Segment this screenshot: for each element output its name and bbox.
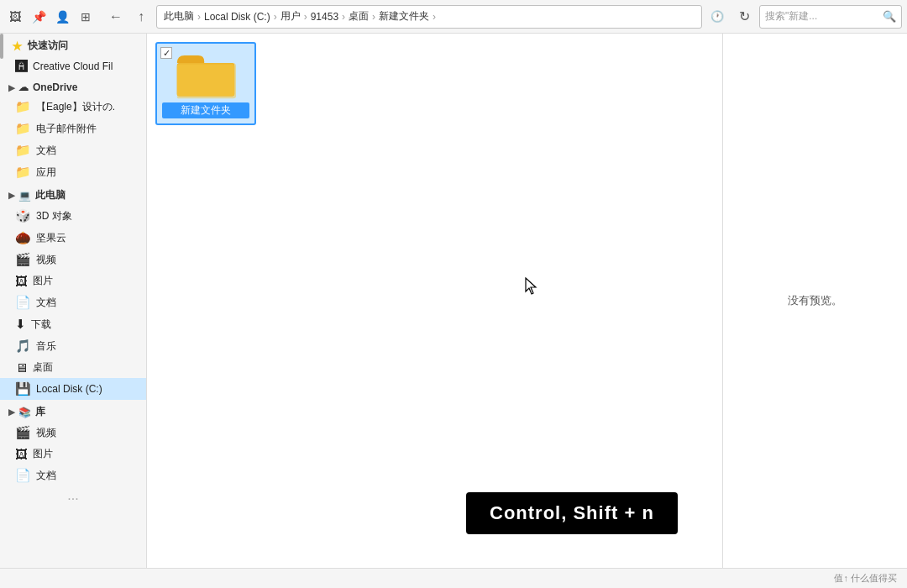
eagle-label: 【Eagle】设计の. <box>36 100 115 114</box>
local-disk-icon: 💾 <box>15 381 31 396</box>
preview-pane: 没有预览。 <box>722 34 907 568</box>
file-area[interactable]: ✓ 新建文件夹 Control, Shift + n <box>147 34 722 568</box>
breadcrumb-item-user[interactable]: 用户 <box>280 9 301 24</box>
toolbar-btn-1[interactable]: 🖼 <box>5 7 25 27</box>
breadcrumb-sep-5: › <box>372 11 375 23</box>
nav-buttons: ← ↑ <box>104 5 153 29</box>
refresh-button[interactable]: ↻ <box>732 5 756 29</box>
sidebar-pc-group[interactable]: ▶ 💻 此电脑 <box>0 183 146 205</box>
docs-label: 文档 <box>36 144 56 158</box>
sidebar-item-music[interactable]: 🎵 音乐 <box>0 335 146 357</box>
folder-name: 新建文件夹 <box>162 102 249 118</box>
up-button[interactable]: ↑ <box>129 5 153 29</box>
breadcrumb-sep-2: › <box>274 11 277 23</box>
sidebar-item-creative-cloud[interactable]: 🅰 Creative Cloud Fil <box>0 55 146 76</box>
back-button[interactable]: ← <box>104 5 128 29</box>
sidebar-item-3d[interactable]: 🎲 3D 对象 <box>0 205 146 227</box>
onedrive-icon: ☁ <box>18 81 29 93</box>
up-icon: ↑ <box>138 9 144 24</box>
checkbox-check: ✓ <box>163 48 170 59</box>
search-placeholder: 搜索"新建... <box>765 9 817 24</box>
sidebar-item-videos[interactable]: 🎬 视频 <box>0 249 146 270</box>
sidebar-library-group[interactable]: ▶ 📚 库 <box>0 400 146 422</box>
shortcut-text: Control, Shift + n <box>490 502 654 523</box>
main-area: ★ 快速访问 🅰 Creative Cloud Fil ▶ ☁ OneDrive… <box>0 34 907 568</box>
library-label: 库 <box>35 405 45 419</box>
sidebar-item-jianguoyun[interactable]: 🌰 坚果云 <box>0 227 146 249</box>
eagle-folder-icon: 📁 <box>15 99 31 114</box>
recent-button[interactable]: 🕐 <box>705 5 729 29</box>
sidebar-item-pictures[interactable]: 🖼 图片 <box>0 270 146 291</box>
folder-icon-svg <box>176 49 236 99</box>
sidebar-item-lib-documents[interactable]: 📄 文档 <box>0 465 146 486</box>
sidebar-item-documents[interactable]: 📄 文档 <box>0 291 146 313</box>
sidebar-item-docs[interactable]: 📁 文档 <box>0 139 146 161</box>
music-icon: 🎵 <box>15 339 31 354</box>
downloads-icon: ⬇ <box>15 317 26 332</box>
docs-folder-icon: 📁 <box>15 143 31 158</box>
chevron-icon: ▶ <box>8 83 15 92</box>
sidebar-item-eagle[interactable]: 📁 【Eagle】设计の. <box>0 96 146 118</box>
breadcrumb-sep-4: › <box>342 11 345 23</box>
jianguoyun-icon: 🌰 <box>15 230 31 245</box>
toolbar-btn-2[interactable]: 📌 <box>29 7 49 27</box>
star-icon: ★ <box>12 39 23 53</box>
breadcrumb-item-folder[interactable]: 新建文件夹 <box>379 9 429 24</box>
sidebar-item-local-disk[interactable]: 💾 Local Disk (C:) <box>0 378 146 400</box>
bottom-bar: 值↑ 什么值得买 <box>0 568 907 588</box>
library-chevron-icon: ▶ <box>8 407 15 417</box>
breadcrumb-sep-6: › <box>433 11 436 23</box>
creative-cloud-label: Creative Cloud Fil <box>33 60 113 72</box>
3d-icon: 🎲 <box>15 208 31 223</box>
breadcrumb-item-desktop[interactable]: 桌面 <box>349 9 369 24</box>
toolbar: 🖼 📌 👤 ⊞ ← ↑ 此电脑 › Local Disk (C:) › 用户 ›… <box>0 0 907 34</box>
lib-documents-label: 文档 <box>36 469 56 483</box>
sidebar-item-lib-videos[interactable]: 🎬 视频 <box>0 422 146 444</box>
breadcrumb-bar[interactable]: 此电脑 › Local Disk (C:) › 用户 › 91453 › 桌面 … <box>156 5 702 29</box>
sidebar-quick-access[interactable]: ★ 快速访问 <box>0 34 146 55</box>
shortcut-overlay: Control, Shift + n <box>466 492 678 534</box>
onedrive-label: OneDrive <box>33 81 77 93</box>
watermark-text: 值↑ 什么值得买 <box>834 572 897 585</box>
search-bar[interactable]: 搜索"新建... 🔍 <box>759 5 902 29</box>
breadcrumb-item[interactable]: 此电脑 <box>164 9 194 24</box>
videos-icon: 🎬 <box>15 252 31 267</box>
documents-icon: 📄 <box>15 295 31 310</box>
music-label: 音乐 <box>36 339 56 354</box>
breadcrumb-item-id[interactable]: 91453 <box>311 11 338 23</box>
scroll-more: ··· <box>0 486 146 512</box>
sidebar-item-email-attach[interactable]: 📁 电子邮件附件 <box>0 118 146 139</box>
folder-checkbox[interactable]: ✓ <box>160 47 172 59</box>
breadcrumb-item-local[interactable]: Local Disk (C:) <box>204 11 270 23</box>
toolbar-btn-4[interactable]: ⊞ <box>76 7 96 27</box>
sidebar-item-desktop[interactable]: 🖥 桌面 <box>0 357 146 378</box>
apps-label: 应用 <box>36 165 56 180</box>
sidebar-onedrive-group[interactable]: ▶ ☁ OneDrive <box>0 76 146 96</box>
breadcrumb-sep-1: › <box>197 11 201 23</box>
pc-icon: 💻 <box>18 190 31 202</box>
downloads-label: 下载 <box>31 318 51 332</box>
toolbar-icons-left: 🖼 📌 👤 ⊞ <box>5 7 96 27</box>
no-preview-text: 没有预览。 <box>788 293 842 308</box>
sidebar-item-apps[interactable]: 📁 应用 <box>0 161 146 183</box>
sidebar: ★ 快速访问 🅰 Creative Cloud Fil ▶ ☁ OneDrive… <box>0 34 147 568</box>
desktop-label: 桌面 <box>33 360 53 375</box>
pictures-label: 图片 <box>33 274 53 288</box>
library-icon: 📚 <box>18 407 31 418</box>
scroll-indicator <box>0 34 3 59</box>
pc-chevron-icon: ▶ <box>8 191 15 200</box>
local-disk-label: Local Disk (C:) <box>36 383 102 395</box>
pictures-icon: 🖼 <box>15 274 28 288</box>
breadcrumb-sep-3: › <box>304 11 307 23</box>
lib-videos-label: 视频 <box>36 426 56 440</box>
sidebar-item-downloads[interactable]: ⬇ 下载 <box>0 313 146 335</box>
toolbar-btn-3[interactable]: 👤 <box>52 7 72 27</box>
folder-item-new[interactable]: ✓ 新建文件夹 <box>155 42 256 125</box>
mouse-cursor <box>525 277 540 300</box>
videos-label: 视频 <box>36 253 56 267</box>
3d-label: 3D 对象 <box>36 209 72 223</box>
sidebar-item-lib-pictures[interactable]: 🖼 图片 <box>0 444 146 465</box>
creative-cloud-icon: 🅰 <box>15 59 28 73</box>
jianguoyun-label: 坚果云 <box>36 231 66 245</box>
quick-access-label: 快速访问 <box>28 39 68 53</box>
